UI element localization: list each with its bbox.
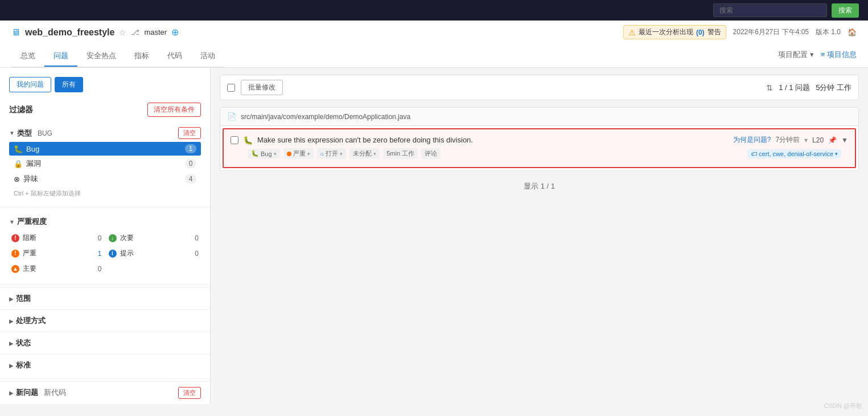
status-header[interactable]: ▶ 状态 — [9, 336, 201, 350]
btn-my-issues[interactable]: 我的问题 — [9, 77, 51, 92]
btn-bulk-edit[interactable]: 批量修改 — [241, 80, 283, 95]
tab-metrics[interactable]: 指标 — [125, 46, 158, 67]
tab-security[interactable]: 安全热点 — [77, 46, 125, 67]
new-issues-section: ▶ 新问题 新代码 清空 — [0, 381, 210, 403]
filter-item-bug[interactable]: 🐛 Bug 1 — [9, 142, 201, 156]
info-label: 提示 — [120, 248, 134, 258]
type-subtitle: BUG — [38, 129, 52, 137]
project-header: 🖥 web_demo_freestyle ☆ ⎇ master ⊕ ⚠ 最近一次… — [0, 21, 868, 68]
status-label: 状态 — [16, 338, 31, 348]
timestamp: 2022年6月27日 下午4:05 — [733, 27, 809, 37]
vulnerability-count: 0 — [185, 159, 196, 168]
version: 版本 1.0 — [816, 27, 841, 37]
tag-bug[interactable]: 🐛 Bug ▾ — [248, 149, 280, 158]
severity-blocking[interactable]: ! 阻断 0 — [9, 231, 104, 244]
filter-header: 过滤器 清空所有条件 — [0, 99, 210, 120]
severity-label: 严重程度 — [17, 217, 47, 227]
tab-overview[interactable]: 总览 — [11, 46, 44, 67]
bug-tag-icon: 🐛 — [251, 150, 259, 157]
lock-icon: 🔒 — [14, 160, 23, 168]
btn-clear-all-filters[interactable]: 清空所有条件 — [147, 103, 201, 117]
tag-unassigned[interactable]: 未分配 ▾ — [349, 148, 380, 159]
scope-chevron: ▶ — [9, 296, 14, 302]
filter-item-vulnerability[interactable]: 🔒 漏洞 0 — [9, 156, 201, 171]
btn-all-issues[interactable]: 所有 — [55, 77, 83, 92]
worktime-tag-label: 5min 工作 — [386, 149, 414, 158]
handling-label: 处理方式 — [16, 316, 46, 326]
star-icon[interactable]: ☆ — [119, 28, 126, 37]
btn-clear-type[interactable]: 清空 — [178, 127, 201, 139]
smell-icon: ⊗ — [14, 175, 20, 183]
sort-up-icon[interactable]: ⇅ — [766, 83, 773, 92]
critical-tag-label: 严重 — [293, 149, 306, 158]
tag-open[interactable]: ○ 打开 ▾ — [317, 148, 347, 159]
major-label: 主要 — [23, 264, 36, 274]
project-config[interactable]: 项目配置 ▾ — [778, 50, 814, 60]
open-tag-label: 打开 — [326, 149, 338, 158]
home-icon[interactable]: 🏠 — [848, 28, 857, 36]
issue-row: 🐛 Make sure this expression can't be zer… — [223, 128, 856, 168]
type-label: 类型 — [17, 128, 32, 138]
filter-item-smell[interactable]: ⊗ 异味 4 — [9, 172, 201, 186]
nav-tabs: 总览 问题 安全热点 指标 代码 活动 — [11, 46, 224, 67]
label-tag[interactable]: 🏷 cert, cwe, denial-of-service ▾ — [747, 149, 841, 158]
branch-icon: ⎇ — [131, 28, 139, 36]
project-info[interactable]: ≡ 项目信息 — [821, 50, 857, 60]
major-count: 0 — [98, 265, 102, 273]
minor-label: 次要 — [120, 233, 134, 243]
issues-toggle-row: 我的问题 所有 — [0, 75, 210, 99]
new-issues-label: 新问题 — [16, 388, 38, 398]
tag-worktime: 5min 工作 — [383, 148, 418, 159]
critical-count[interactable]: 1 — [98, 250, 102, 258]
tab-code[interactable]: 代码 — [158, 46, 191, 67]
new-issues-header[interactable]: ▶ 新问题 新代码 — [9, 385, 66, 400]
standard-header[interactable]: ▶ 标准 — [9, 358, 201, 373]
btn-clear-new-issues[interactable]: 清空 — [178, 387, 201, 399]
smell-label: 异味 — [23, 174, 38, 184]
severity-grid: ! 阻断 0 ↓ 次要 0 ! 严重 1 i 提示 0 — [9, 229, 201, 278]
severity-chevron: ▼ — [9, 219, 15, 225]
handling-header[interactable]: ▶ 处理方式 — [9, 313, 201, 328]
standard-chevron: ▶ — [9, 362, 14, 369]
hint-text: Ctrl + 鼠标左键添加选择 — [9, 187, 201, 200]
tab-activity[interactable]: 活动 — [191, 46, 224, 67]
tab-issues[interactable]: 问题 — [44, 46, 77, 67]
critical-label: 严重 — [23, 248, 36, 258]
warning-icon: ⚠ — [628, 28, 636, 37]
warning-badge: ⚠ 最近一次分析出现 (0) 警告 — [623, 25, 726, 39]
branch-plus-icon[interactable]: ⊕ — [171, 27, 179, 38]
bug-label: Bug — [26, 145, 39, 153]
label-filter-arrow: ▾ — [835, 151, 838, 157]
new-code-label: 新代码 — [44, 388, 66, 398]
issue-checkbox[interactable] — [231, 136, 238, 144]
new-issues-chevron: ▶ — [9, 390, 14, 396]
tag-comment[interactable]: 评论 — [421, 148, 441, 159]
topbar-search-button[interactable]: 搜索 — [832, 3, 859, 18]
issue-count: 1 / 1 问题 — [779, 83, 810, 93]
issue-filter-icon[interactable]: ▼ — [841, 136, 848, 144]
standard-section: ▶ 标准 — [0, 354, 210, 376]
status-chevron: ▶ — [9, 340, 14, 346]
severity-info[interactable]: i 提示 0 — [106, 247, 201, 260]
pin-icon[interactable]: 📌 — [828, 136, 837, 144]
severity-minor[interactable]: ↓ 次要 0 — [106, 231, 201, 244]
type-section-header[interactable]: ▼ 类型 BUG 清空 — [9, 125, 201, 141]
select-all-checkbox[interactable] — [227, 84, 235, 92]
info-count: 0 — [195, 250, 199, 258]
issue-main: 🐛 Make sure this expression can't be zer… — [231, 135, 848, 145]
issue-label-tags: 🏷 cert, cwe, denial-of-service ▾ — [747, 149, 841, 158]
tag-critical[interactable]: 严重 ▾ — [283, 148, 314, 159]
header-right: ⚠ 最近一次分析出现 (0) 警告 2022年6月27日 下午4:05 版本 1… — [623, 25, 857, 39]
bug-icon: 🐛 — [14, 145, 23, 153]
topbar-search-input[interactable] — [713, 3, 827, 17]
scope-header[interactable]: ▶ 范围 — [9, 291, 201, 306]
smell-count: 4 — [185, 174, 196, 183]
unassigned-tag-label: 未分配 — [353, 149, 372, 158]
severity-critical[interactable]: ! 严重 1 — [9, 247, 104, 260]
issue-why-link[interactable]: 为何是问题? — [733, 135, 771, 145]
comment-tag-label: 评论 — [425, 149, 437, 158]
issue-meta-right: 7分钟前 ▾ L20 📌 ▼ — [775, 135, 848, 145]
content-area: 批量修改 ⇅ 1 / 1 问题 5分钟 工作 📄 src/main/java/c… — [211, 68, 868, 404]
severity-major[interactable]: ▲ 主要 0 — [9, 262, 104, 275]
severity-section-header[interactable]: ▼ 严重程度 — [9, 214, 201, 229]
